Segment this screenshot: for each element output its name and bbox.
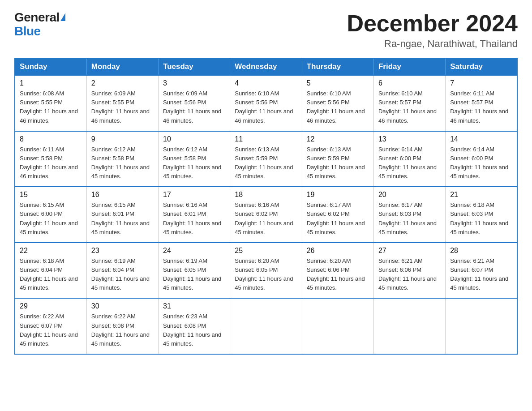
sunrise-label: Sunrise: 6:09 AM [91,90,136,97]
day-info: Sunrise: 6:10 AM Sunset: 5:56 PM Dayligh… [307,89,369,125]
sunset-label: Sunset: 6:03 PM [450,210,493,217]
sunset-label: Sunset: 6:01 PM [163,210,206,217]
daylight-label: Daylight: 11 hours and 45 minutes. [450,275,508,291]
sunrise-label: Sunrise: 6:14 AM [450,146,494,153]
sunrise-label: Sunrise: 6:08 AM [20,90,64,97]
sunrise-label: Sunrise: 6:18 AM [450,201,494,208]
sunset-label: Sunset: 6:04 PM [91,266,134,273]
day-number: 13 [378,135,441,143]
day-number: 4 [235,79,297,87]
sunrise-label: Sunrise: 6:16 AM [163,201,207,208]
weekday-header-thursday: Thursday [302,58,373,75]
day-info: Sunrise: 6:08 AM Sunset: 5:55 PM Dayligh… [20,89,82,125]
page-header: General Blue December 2024 Ra-ngae, Nara… [14,11,518,50]
sunrise-label: Sunrise: 6:22 AM [20,313,64,320]
sunrise-label: Sunrise: 6:11 AM [20,146,64,153]
daylight-label: Daylight: 11 hours and 45 minutes. [91,275,150,291]
day-info: Sunrise: 6:22 AM Sunset: 6:08 PM Dayligh… [91,312,154,348]
sunset-label: Sunset: 5:55 PM [20,99,63,106]
logo-blue-text: Blue [14,25,41,39]
daylight-label: Daylight: 11 hours and 46 minutes. [163,108,221,124]
daylight-label: Daylight: 11 hours and 45 minutes. [20,220,78,235]
day-number: 7 [450,79,512,87]
sunset-label: Sunset: 5:58 PM [91,155,134,162]
weekday-header-sunday: Sunday [15,58,86,75]
day-info: Sunrise: 6:10 AM Sunset: 5:57 PM Dayligh… [378,89,441,125]
day-number: 23 [91,247,154,255]
day-number: 29 [20,302,82,310]
daylight-label: Daylight: 11 hours and 46 minutes. [378,108,437,124]
day-info: Sunrise: 6:21 AM Sunset: 6:07 PM Dayligh… [450,257,512,293]
calendar-cell: 18 Sunrise: 6:16 AM Sunset: 6:02 PM Dayl… [230,187,302,243]
daylight-label: Daylight: 11 hours and 45 minutes. [378,220,437,235]
weekday-header-wednesday: Wednesday [230,58,302,75]
day-number: 2 [91,79,154,87]
calendar-cell: 8 Sunrise: 6:11 AM Sunset: 5:58 PM Dayli… [15,131,86,187]
day-info: Sunrise: 6:13 AM Sunset: 5:59 PM Dayligh… [235,145,297,181]
calendar-cell: 21 Sunrise: 6:18 AM Sunset: 6:03 PM Dayl… [446,187,517,243]
sunrise-label: Sunrise: 6:19 AM [91,257,136,264]
sunset-label: Sunset: 5:55 PM [91,99,134,106]
sunset-label: Sunset: 5:56 PM [235,99,278,106]
sunset-label: Sunset: 6:02 PM [235,210,278,217]
day-info: Sunrise: 6:20 AM Sunset: 6:06 PM Dayligh… [307,257,369,293]
sunset-label: Sunset: 6:02 PM [307,210,350,217]
calendar-cell: 19 Sunrise: 6:17 AM Sunset: 6:02 PM Dayl… [302,187,373,243]
calendar-cell: 25 Sunrise: 6:20 AM Sunset: 6:05 PM Dayl… [230,243,302,299]
daylight-label: Daylight: 11 hours and 45 minutes. [91,331,150,347]
sunset-label: Sunset: 6:01 PM [91,210,134,217]
calendar-cell: 28 Sunrise: 6:21 AM Sunset: 6:07 PM Dayl… [446,243,517,299]
daylight-label: Daylight: 11 hours and 46 minutes. [307,108,365,124]
calendar-week-row: 29 Sunrise: 6:22 AM Sunset: 6:07 PM Dayl… [15,298,517,354]
calendar-week-row: 15 Sunrise: 6:15 AM Sunset: 6:00 PM Dayl… [15,187,517,243]
sunset-label: Sunset: 6:06 PM [307,266,350,273]
page-title: December 2024 [347,11,518,36]
day-info: Sunrise: 6:18 AM Sunset: 6:04 PM Dayligh… [20,257,82,293]
calendar-cell [446,298,517,354]
daylight-label: Daylight: 11 hours and 45 minutes. [307,164,365,180]
weekday-header-row: SundayMondayTuesdayWednesdayThursdayFrid… [15,58,517,75]
calendar-cell: 14 Sunrise: 6:14 AM Sunset: 6:00 PM Dayl… [446,131,517,187]
sunset-label: Sunset: 6:00 PM [450,155,493,162]
weekday-header-tuesday: Tuesday [159,58,230,75]
day-number: 28 [450,247,512,255]
daylight-label: Daylight: 11 hours and 46 minutes. [20,108,78,124]
day-info: Sunrise: 6:09 AM Sunset: 5:55 PM Dayligh… [91,89,154,125]
day-info: Sunrise: 6:22 AM Sunset: 6:07 PM Dayligh… [20,312,82,348]
sunset-label: Sunset: 6:05 PM [163,266,206,273]
daylight-label: Daylight: 11 hours and 45 minutes. [163,220,221,235]
calendar-cell: 30 Sunrise: 6:22 AM Sunset: 6:08 PM Dayl… [86,298,158,354]
daylight-label: Daylight: 11 hours and 45 minutes. [163,275,221,291]
weekday-header-saturday: Saturday [446,58,517,75]
calendar-cell: 2 Sunrise: 6:09 AM Sunset: 5:55 PM Dayli… [86,75,158,131]
day-number: 6 [378,79,441,87]
day-info: Sunrise: 6:16 AM Sunset: 6:01 PM Dayligh… [163,201,225,237]
calendar-cell: 5 Sunrise: 6:10 AM Sunset: 5:56 PM Dayli… [302,75,373,131]
day-info: Sunrise: 6:17 AM Sunset: 6:02 PM Dayligh… [307,201,369,237]
sunrise-label: Sunrise: 6:18 AM [20,257,64,264]
day-number: 1 [20,79,82,87]
day-info: Sunrise: 6:13 AM Sunset: 5:59 PM Dayligh… [307,145,369,181]
day-info: Sunrise: 6:10 AM Sunset: 5:56 PM Dayligh… [235,89,297,125]
sunset-label: Sunset: 6:00 PM [378,155,421,162]
daylight-label: Daylight: 11 hours and 46 minutes. [450,108,508,124]
sunrise-label: Sunrise: 6:21 AM [450,257,494,264]
title-block: December 2024 Ra-ngae, Narathiwat, Thail… [347,11,518,50]
sunrise-label: Sunrise: 6:22 AM [91,313,136,320]
sunrise-label: Sunrise: 6:15 AM [91,201,136,208]
calendar-cell: 10 Sunrise: 6:12 AM Sunset: 5:58 PM Dayl… [159,131,230,187]
daylight-label: Daylight: 11 hours and 46 minutes. [91,108,150,124]
daylight-label: Daylight: 11 hours and 46 minutes. [20,164,78,180]
day-info: Sunrise: 6:18 AM Sunset: 6:03 PM Dayligh… [450,201,512,237]
sunrise-label: Sunrise: 6:16 AM [235,201,279,208]
day-info: Sunrise: 6:14 AM Sunset: 6:00 PM Dayligh… [378,145,441,181]
day-number: 11 [235,135,297,143]
day-number: 30 [91,302,154,310]
calendar-cell: 23 Sunrise: 6:19 AM Sunset: 6:04 PM Dayl… [86,243,158,299]
day-number: 18 [235,191,297,199]
calendar-cell: 1 Sunrise: 6:08 AM Sunset: 5:55 PM Dayli… [15,75,86,131]
day-info: Sunrise: 6:16 AM Sunset: 6:02 PM Dayligh… [235,201,297,237]
sunrise-label: Sunrise: 6:15 AM [20,201,64,208]
sunset-label: Sunset: 6:08 PM [91,322,134,329]
logo: General Blue [14,11,65,39]
